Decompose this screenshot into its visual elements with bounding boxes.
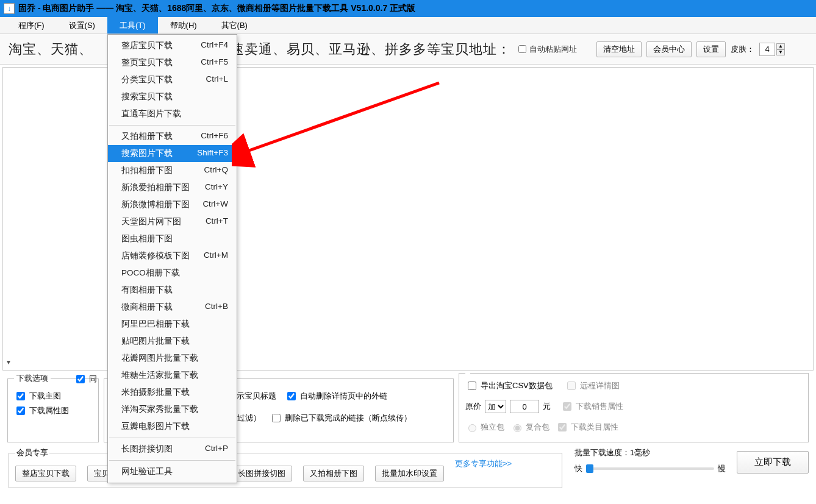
skin-label: 皮肤： — [731, 44, 754, 55]
price-unit: 元 — [543, 401, 551, 412]
tools-menu-item[interactable]: 长图拼接切图Ctrl+P — [108, 441, 237, 458]
start-download-button[interactable]: 立即下载 — [737, 451, 809, 474]
tools-menu-item[interactable]: 洋淘买家秀批量下载 — [108, 401, 237, 418]
app-icon: ↓ — [4, 3, 15, 14]
download-options-legend: 下载选项 — [14, 373, 51, 384]
speed-fast-label: 快 — [574, 463, 582, 474]
menubar: 程序(F) 设置(S) 工具(T) 帮助(H) 其它(B) — [0, 17, 816, 34]
tools-menu-item[interactable]: 堆糖生活家批量下载 — [108, 367, 237, 384]
price-label: 原价 — [465, 401, 481, 412]
spin-up-icon[interactable]: ▲ — [776, 43, 785, 49]
tools-menu-item[interactable]: 新浪微博相册下图Ctrl+W — [108, 196, 237, 213]
addr-label-left: 淘宝、天猫、 — [9, 40, 93, 59]
price-op-select[interactable]: 加 — [485, 400, 506, 413]
composite-radio — [514, 424, 521, 432]
clear-address-button[interactable]: 清空地址 — [596, 41, 642, 57]
auto-del-links-checkbox[interactable] — [287, 392, 296, 400]
menu-help[interactable]: 帮助(H) — [158, 17, 209, 34]
tools-menu-item[interactable]: 搜索图片下载Shift+F3 — [108, 145, 237, 162]
vip-long-image-button[interactable]: 长图拼接切图 — [231, 466, 292, 481]
dl-sale-attr-checkbox — [563, 402, 571, 411]
tools-menu-item[interactable]: 阿里巴巴相册下载 — [108, 316, 237, 333]
speed-slow-label: 慢 — [718, 463, 726, 474]
settings-button[interactable]: 设置 — [696, 41, 726, 57]
vip-panel: 会员专享 整店宝贝下载 宝贝分类下载 整页宝贝下载 长图拼接切图 又拍相册下图 … — [9, 447, 562, 488]
menu-settings[interactable]: 设置(S) — [57, 17, 107, 34]
tools-menu-item[interactable]: POCO相册下载 — [108, 264, 237, 282]
speed-label: 批量下载速度：1毫秒 — [574, 447, 726, 458]
download-main-img-checkbox[interactable] — [16, 392, 25, 400]
tools-menu-item[interactable]: 网址验证工具 — [108, 463, 237, 480]
export-panel: 导出淘宝CSV数据包 远程详情图 原价 加 元 下载销售属性 独立包 复合包 下… — [459, 373, 809, 442]
dropdown-handle-icon[interactable]: ▾ — [7, 358, 10, 366]
spin-down-icon[interactable]: ▼ — [776, 49, 785, 55]
titlebar: ↓ 固乔 - 电商图片助手 —— 淘宝、天猫、1688阿里、京东、微商相册等图片… — [0, 0, 816, 17]
tools-menu-item[interactable]: 天堂图片网下图Ctrl+T — [108, 213, 237, 230]
same-checkbox[interactable] — [76, 375, 85, 383]
tools-menu-item[interactable]: 有图相册下载 — [108, 282, 237, 299]
vip-legend: 会员专享 — [15, 447, 49, 458]
tools-dropdown: 整店宝贝下载Ctrl+F4整页宝贝下载Ctrl+F5分类宝贝下载Ctrl+L搜索… — [107, 34, 237, 483]
export-csv-checkbox[interactable] — [468, 382, 476, 390]
tools-menu-item[interactable]: 豆瓣电影图片下载 — [108, 418, 237, 435]
skin-spinner[interactable]: ▲▼ — [759, 43, 785, 56]
vip-youpai-button[interactable]: 又拍相册下图 — [303, 466, 364, 481]
menu-program[interactable]: 程序(F) — [6, 17, 57, 34]
menu-tools[interactable]: 工具(T) — [107, 17, 158, 34]
more-vip-link[interactable]: 更多专享功能>> — [455, 458, 512, 469]
addr-label-right: 速卖通、易贝、亚马逊、拼多多等宝贝地址： — [231, 40, 511, 59]
speed-panel: 批量下载速度：1毫秒 快 慢 — [574, 447, 726, 474]
tools-menu-item[interactable]: 搜索宝贝下载 — [108, 88, 237, 105]
tools-menu-item[interactable]: 又拍相册下载Ctrl+F6 — [108, 128, 237, 145]
tools-menu-item[interactable]: 整页宝贝下载Ctrl+F5 — [108, 54, 237, 71]
dl-cat-attr-checkbox — [558, 423, 567, 431]
download-attr-img-checkbox[interactable] — [16, 406, 25, 415]
member-center-button[interactable]: 会员中心 — [646, 41, 692, 57]
vip-watermark-button[interactable]: 批量加水印设置 — [375, 466, 444, 481]
price-value-input[interactable] — [510, 400, 539, 413]
tools-menu-item[interactable]: 店铺装修模板下图Ctrl+M — [108, 247, 237, 264]
tools-menu-item[interactable]: 花瓣网图片批量下载 — [108, 350, 237, 367]
tools-menu-item[interactable]: 分类宝贝下载Ctrl+L — [108, 71, 237, 88]
tools-menu-item[interactable]: 米拍摄影批量下载 — [108, 384, 237, 401]
speed-slider[interactable] — [586, 467, 714, 470]
tools-menu-item[interactable]: 扣扣相册下图Ctrl+Q — [108, 162, 237, 179]
del-done-checkbox[interactable] — [272, 414, 281, 422]
tools-menu-item[interactable]: 贴吧图片批量下载 — [108, 333, 237, 350]
standalone-radio — [468, 424, 476, 432]
download-options-panel: 下载选项 同 下载主图 下载属性图 — [7, 373, 99, 442]
tools-menu-item[interactable]: 微商相册下载Ctrl+B — [108, 299, 237, 316]
tools-menu-item[interactable]: 整店宝贝下载Ctrl+F4 — [108, 37, 237, 54]
tools-menu-item[interactable]: 图虫相册下图 — [108, 230, 237, 247]
skin-value[interactable] — [759, 43, 775, 56]
auto-paste-checkbox[interactable]: 自动粘贴网址 — [516, 43, 577, 55]
menu-other[interactable]: 其它(B) — [209, 17, 260, 34]
vip-whole-store-button[interactable]: 整店宝贝下载 — [15, 466, 76, 481]
tools-menu-item[interactable]: 直通车图片下载 — [108, 105, 237, 122]
tools-menu-item[interactable]: 新浪爱拍相册下图Ctrl+Y — [108, 179, 237, 196]
remote-detail-checkbox — [567, 382, 576, 390]
window-title: 固乔 - 电商图片助手 —— 淘宝、天猫、1688阿里、京东、微商相册等图片批量… — [18, 3, 415, 14]
